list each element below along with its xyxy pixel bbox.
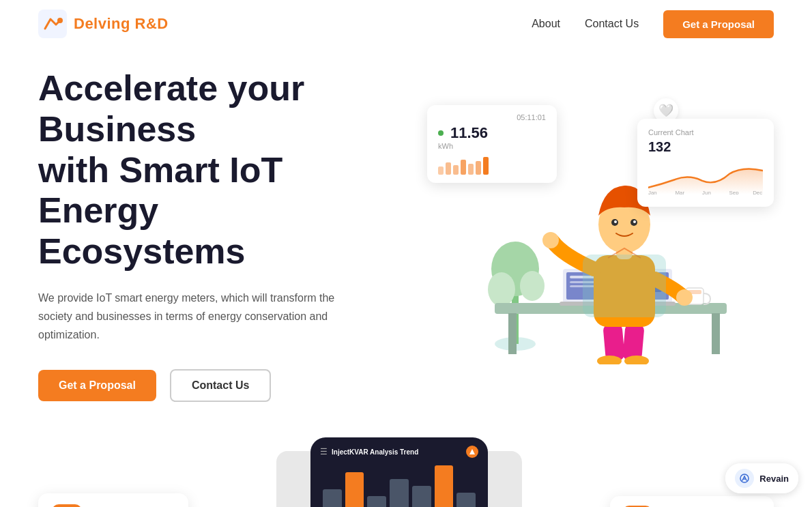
svg-text:Dec: Dec: [753, 190, 762, 194]
svg-point-24: [542, 232, 559, 248]
dashboard-value: 11.56: [450, 124, 488, 142]
total-active-card: Total Active & In-Active Device Data: [610, 496, 774, 507]
chart-card-value: 132: [648, 139, 763, 155]
chart-bar: [483, 157, 489, 175]
revain-badge: Revain: [725, 463, 798, 493]
svg-marker-43: [469, 449, 475, 454]
chart-bar: [476, 161, 481, 175]
chart-bar: [461, 160, 466, 175]
revain-icon: [735, 469, 754, 488]
phone-logo: [466, 446, 478, 458]
hero-title: Accelerate your Business with Smart IoT …: [38, 68, 407, 272]
chart-bar: [453, 165, 459, 175]
chart-card-title: Current Chart: [648, 128, 763, 136]
nav-links: About Contact Us Get a Proposal: [532, 10, 774, 38]
dashboard-card: 05:11:01 11.56 kWh: [427, 105, 557, 183]
svg-text:Jan: Jan: [648, 190, 657, 194]
svg-text:Jun: Jun: [702, 190, 711, 194]
phone-title: InjectKVAR Analysis Trend: [332, 448, 462, 456]
bottom-section: Capacitor Log ☰ InjectKVAR Analysis Tren…: [0, 416, 812, 507]
brand-name: Delving R&D: [74, 15, 169, 33]
phone-chart: [320, 462, 478, 507]
svg-point-1: [57, 18, 63, 23]
dashboard-time: 05:11:01: [438, 113, 546, 121]
phone-bar: [323, 489, 342, 507]
chart-card: Current Chart 132 Jan Mar Jun Sep Dec: [637, 119, 774, 207]
svg-rect-32: [583, 255, 665, 317]
phone-device: ☰ InjectKVAR Analysis Trend: [310, 437, 488, 507]
revain-label: Revain: [759, 474, 789, 484]
hero-cta-secondary[interactable]: Contact Us: [170, 369, 271, 402]
svg-point-31: [633, 220, 636, 223]
nav-cta-button[interactable]: Get a Proposal: [663, 10, 774, 38]
svg-point-30: [614, 220, 617, 223]
svg-text:Mar: Mar: [676, 190, 685, 194]
chart-bar: [438, 166, 444, 175]
chart-bar: [468, 164, 474, 175]
mini-chart: [438, 156, 546, 175]
capacitor-icon: [52, 504, 82, 507]
hero-description: We provide IoT smart energy meters, whic…: [38, 289, 366, 345]
logo-icon: [38, 10, 67, 38]
line-chart: Jan Mar Jun Sep Dec: [648, 160, 763, 194]
hero-section: Accelerate your Business with Smart IoT …: [0, 48, 812, 416]
svg-point-5: [488, 272, 515, 306]
svg-rect-0: [38, 10, 67, 38]
capacitor-card: Capacitor Log: [38, 493, 188, 507]
status-dot: [438, 130, 444, 136]
svg-text:Sep: Sep: [729, 190, 740, 194]
dashboard-unit: kWh: [438, 142, 546, 150]
svg-point-25: [676, 289, 693, 306]
chart-bar: [446, 162, 451, 175]
hero-cta-primary[interactable]: Get a Proposal: [38, 370, 156, 401]
phone-bar: [412, 486, 431, 507]
hero-content: Accelerate your Business with Smart IoT …: [38, 68, 407, 402]
hero-illustration: 🤍 🎵 05:11:01 11.56 kWh: [420, 91, 774, 378]
svg-rect-9: [712, 313, 720, 354]
svg-rect-8: [508, 313, 517, 354]
phone-bar: [345, 472, 364, 507]
phone-bar: [367, 496, 386, 507]
navbar: Delving R&D About Contact Us Get a Propo…: [0, 0, 812, 48]
svg-point-6: [520, 271, 545, 301]
nav-contact[interactable]: Contact Us: [585, 18, 639, 30]
phone-bar: [390, 479, 409, 507]
phone-bar: [435, 465, 454, 507]
nav-about[interactable]: About: [532, 18, 560, 30]
hero-buttons: Get a Proposal Contact Us: [38, 369, 407, 402]
phone-bar: [456, 493, 476, 507]
logo: Delving R&D: [38, 10, 169, 38]
phone-mockup: ☰ InjectKVAR Analysis Trend: [209, 436, 590, 507]
